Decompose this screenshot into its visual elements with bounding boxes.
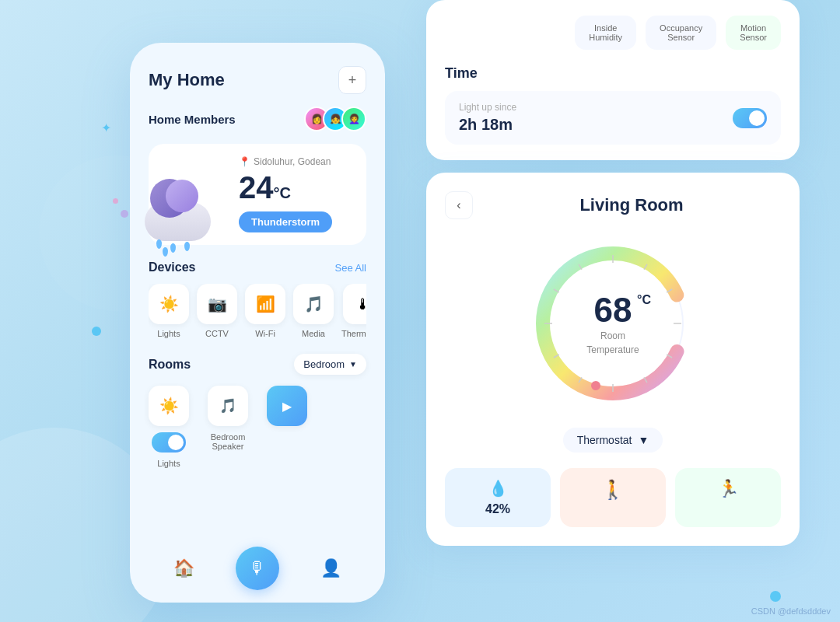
home-members-label: Home Members — [149, 113, 236, 126]
avatar-group: 👩 👧 👩‍🦱 — [310, 107, 366, 131]
profile-nav-button[interactable]: 👤 — [320, 558, 341, 578]
devices-section-header: Devices See All — [149, 260, 366, 274]
sensor-motion-card: 🏃 — [675, 468, 781, 527]
sensor-tab-motion[interactable]: Motion Sensor — [726, 16, 781, 50]
sensor-tab-humidity[interactable]: Inside Humidity — [575, 16, 636, 50]
devices-title: Devices — [149, 260, 196, 274]
add-button[interactable]: + — [338, 66, 366, 94]
device-lights[interactable]: ☀️ Lights — [149, 284, 189, 338]
light-since-info: Light up since 2h 18m — [459, 102, 516, 134]
bottom-sensors: 💧 42% 🚶 🏃 — [445, 468, 781, 527]
rooms-section-header: Rooms Bedroom ▼ — [149, 354, 366, 375]
weather-condition-badge: Thunderstorm — [239, 211, 332, 232]
media-icon-box: 🎵 — [293, 284, 334, 324]
chevron-down-icon: ▼ — [349, 360, 357, 369]
phone-card: My Home + Home Members 👩 👧 👩‍🦱 📍 — [130, 43, 385, 603]
time-row: Light up since 2h 18m — [445, 91, 781, 145]
sensor-occupancy-card: 🚶 — [560, 468, 666, 527]
room-speaker-label: BedroomSpeaker — [211, 432, 246, 451]
room-item-play[interactable]: ▶ — [267, 386, 307, 426]
svg-text:68: 68 — [594, 291, 632, 329]
gauge-svg: 68 °C Room Temperature — [527, 238, 698, 409]
time-title: Time — [445, 65, 781, 82]
weather-card: 📍 Sidoluhur, Godean 24°C Thunderstorm — [149, 144, 366, 245]
device-lights-label: Lights — [157, 329, 180, 338]
device-thermostat-label: Thermostat — [341, 329, 366, 338]
thermostat-chevron-icon: ▼ — [638, 434, 649, 446]
device-thermostat[interactable]: 🌡 Thermostat — [341, 284, 366, 338]
thermostat-icon-box: 🌡 — [343, 284, 366, 324]
room-lights-icon: ☀️ — [149, 386, 189, 426]
thermostat-selector[interactable]: Thermostat ▼ — [563, 428, 663, 453]
back-button[interactable]: ‹ — [445, 191, 473, 219]
weather-location: 📍 Sidoluhur, Godean — [239, 156, 354, 167]
weather-icon — [133, 152, 242, 245]
dot-decoration-1 — [92, 327, 101, 336]
phone-header: My Home + — [149, 66, 366, 94]
time-section: Time Light up since 2h 18m — [445, 65, 781, 145]
svg-text:Temperature: Temperature — [586, 344, 639, 355]
home-members-section: Home Members 👩 👧 👩‍🦱 — [149, 107, 366, 131]
home-nav-button[interactable]: 🏠 — [173, 558, 194, 578]
room-item-speaker[interactable]: 🎵 BedroomSpeaker — [208, 386, 248, 451]
mic-button[interactable]: 🎙 — [236, 547, 279, 590]
svg-text:Room: Room — [600, 330, 625, 341]
dot-decoration-2 — [121, 210, 128, 218]
lights-toggle[interactable] — [152, 432, 186, 453]
right-panel: Inside Humidity Occupancy Sensor Motion … — [426, 0, 800, 546]
dot-decoration-3 — [113, 198, 118, 204]
motion-icon: 🏃 — [686, 479, 770, 499]
wifi-icon-box: 📶 — [245, 284, 285, 324]
room-lights-label: Lights — [157, 459, 180, 468]
lights-icon-box: ☀️ — [149, 284, 189, 324]
device-wifi-label: Wi-Fi — [255, 329, 275, 338]
humidity-value: 42% — [456, 502, 540, 516]
light-since-label: Light up since — [459, 102, 516, 113]
sensor-tabs: Inside Humidity Occupancy Sensor Motion … — [445, 16, 781, 50]
bottom-navigation: 🏠 🎙 👤 — [130, 547, 385, 590]
device-cctv[interactable]: 📷 CCTV — [197, 284, 237, 338]
thermostat-dropdown: Thermostat ▼ — [445, 428, 781, 453]
room-item-lights[interactable]: ☀️ Lights — [149, 386, 189, 468]
page-title: My Home — [149, 70, 225, 90]
star-decoration-2: ✦ — [101, 121, 111, 135]
svg-text:°C: °C — [637, 293, 651, 306]
sensor-card-top: Inside Humidity Occupancy Sensor Motion … — [426, 0, 800, 160]
see-all-link[interactable]: See All — [335, 262, 366, 274]
humidity-icon: 💧 — [456, 479, 540, 498]
rain-drop-3 — [184, 242, 190, 251]
living-room-title: Living Room — [482, 195, 781, 215]
sensor-tab-occupancy[interactable]: Occupancy Sensor — [646, 16, 716, 50]
room-selector-dropdown[interactable]: Bedroom ▼ — [294, 354, 366, 375]
rain-drop-2 — [170, 243, 176, 253]
room-speaker-icon: 🎵 — [208, 386, 248, 426]
moon-circle — [166, 180, 198, 212]
device-media[interactable]: 🎵 Media — [293, 284, 334, 338]
dot-decoration-4 — [770, 591, 781, 602]
room-play-icon: ▶ — [267, 386, 307, 426]
thermostat-label: Thermostat — [577, 434, 632, 446]
weather-content: 📍 Sidoluhur, Godean 24°C Thunderstorm — [239, 156, 354, 232]
weather-temperature: 24°C — [239, 170, 354, 205]
light-since-value: 2h 18m — [459, 116, 516, 134]
sensor-humidity-card: 💧 42% — [445, 468, 551, 527]
living-room-header: ‹ Living Room — [445, 191, 781, 219]
avatar-3: 👩‍🦱 — [341, 107, 366, 131]
devices-list: ☀️ Lights 📷 CCTV 📶 Wi-Fi 🎵 Media 🌡 Therm… — [149, 284, 366, 338]
light-toggle[interactable] — [733, 108, 767, 128]
room-items-list: ☀️ Lights 🎵 BedroomSpeaker ▶ — [149, 386, 366, 468]
living-room-card: ‹ Living Room — [426, 173, 800, 546]
watermark: CSDN @defdsdddev — [751, 606, 831, 616]
rain-drop-1 — [156, 239, 162, 249]
device-wifi[interactable]: 📶 Wi-Fi — [245, 284, 285, 338]
rooms-title: Rooms — [149, 358, 191, 372]
svg-point-18 — [591, 381, 600, 390]
device-cctv-label: CCTV — [205, 329, 229, 338]
chevron-left-icon: ‹ — [457, 198, 460, 212]
temperature-gauge: 68 °C Room Temperature — [445, 238, 781, 409]
device-media-label: Media — [302, 329, 325, 338]
rain-drop-4 — [163, 247, 168, 257]
occupancy-icon: 🚶 — [571, 479, 655, 501]
cctv-icon-box: 📷 — [197, 284, 237, 324]
